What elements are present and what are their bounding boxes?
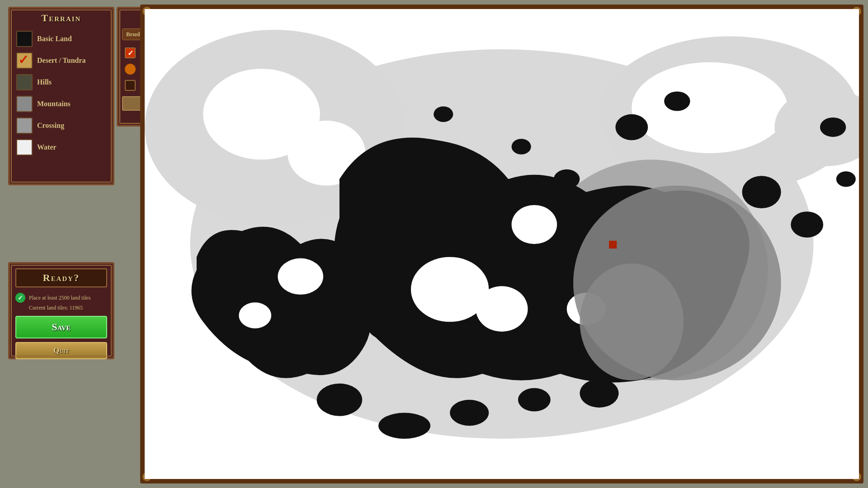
terrain-label-water: Water (37, 143, 57, 151)
tool-terrain-mask-radio[interactable] (125, 64, 136, 75)
svg-point-16 (664, 91, 690, 111)
svg-point-11 (398, 208, 437, 241)
save-button[interactable]: Save (15, 316, 107, 338)
svg-point-23 (378, 413, 430, 438)
tool-brush-radio[interactable] (125, 47, 136, 58)
svg-point-31 (512, 205, 557, 244)
svg-point-13 (554, 169, 580, 189)
svg-point-30 (476, 286, 528, 332)
ready-title-box: Ready? (15, 268, 107, 287)
terrain-panel: Terrain Basic Land Desert / Tundra Hills… (8, 7, 114, 185)
terrain-item-crossing[interactable]: Crossing (14, 115, 109, 136)
svg-point-34 (239, 302, 271, 328)
terrain-swatch-mountains (16, 96, 33, 112)
terrain-label-crossing: Crossing (37, 122, 64, 130)
terrain-swatch-basic-land (16, 31, 33, 47)
svg-point-19 (820, 117, 846, 137)
tool-bucket-radio[interactable] (125, 80, 136, 91)
terrain-map[interactable] (145, 9, 859, 479)
svg-rect-37 (609, 241, 617, 249)
terrain-item-mountains[interactable]: Mountains (14, 94, 109, 114)
map-canvas-area[interactable] (145, 9, 859, 479)
svg-point-25 (518, 388, 551, 412)
terrain-swatch-crossing (16, 117, 33, 134)
ready-title: Ready? (43, 272, 80, 283)
terrain-item-basic-land[interactable]: Basic Land (14, 28, 109, 49)
terrain-swatch-desert (16, 52, 33, 69)
svg-point-6 (632, 62, 788, 153)
svg-point-33 (278, 258, 323, 295)
svg-point-26 (580, 379, 618, 408)
ready-status-row: Place at least 2500 land tiles (15, 293, 107, 303)
svg-point-10 (365, 302, 417, 341)
current-tiles-text: Current land tiles: 11965 (29, 305, 107, 311)
map-frame (140, 5, 863, 483)
ready-panel: Ready? Place at least 2500 land tiles Cu… (8, 262, 114, 359)
terrain-label-mountains: Mountains (37, 100, 71, 108)
terrain-item-hills[interactable]: Hills (14, 72, 109, 93)
terrain-label-hills: Hills (37, 78, 52, 86)
svg-point-15 (615, 114, 648, 140)
svg-point-18 (791, 211, 823, 237)
terrain-item-desert[interactable]: Desert / Tundra (14, 50, 109, 71)
svg-point-17 (742, 176, 781, 208)
ready-check-icon (15, 293, 25, 303)
terrain-item-water[interactable]: Water (14, 137, 109, 158)
ready-status-text: Place at least 2500 land tiles (29, 295, 90, 301)
terrain-swatch-water (16, 139, 33, 155)
svg-point-27 (365, 169, 391, 189)
svg-point-28 (434, 106, 453, 122)
quit-button[interactable]: Quit (15, 342, 107, 359)
svg-point-21 (216, 231, 255, 257)
svg-point-36 (580, 263, 684, 380)
svg-point-14 (512, 139, 531, 154)
terrain-swatch-hills (16, 74, 33, 90)
svg-point-12 (472, 192, 505, 218)
svg-point-24 (450, 400, 489, 426)
terrain-label-desert: Desert / Tundra (37, 56, 86, 65)
svg-point-20 (836, 171, 856, 187)
svg-point-22 (317, 384, 363, 416)
terrain-label-basic-land: Basic Land (37, 35, 72, 43)
terrain-title: Terrain (14, 12, 109, 24)
